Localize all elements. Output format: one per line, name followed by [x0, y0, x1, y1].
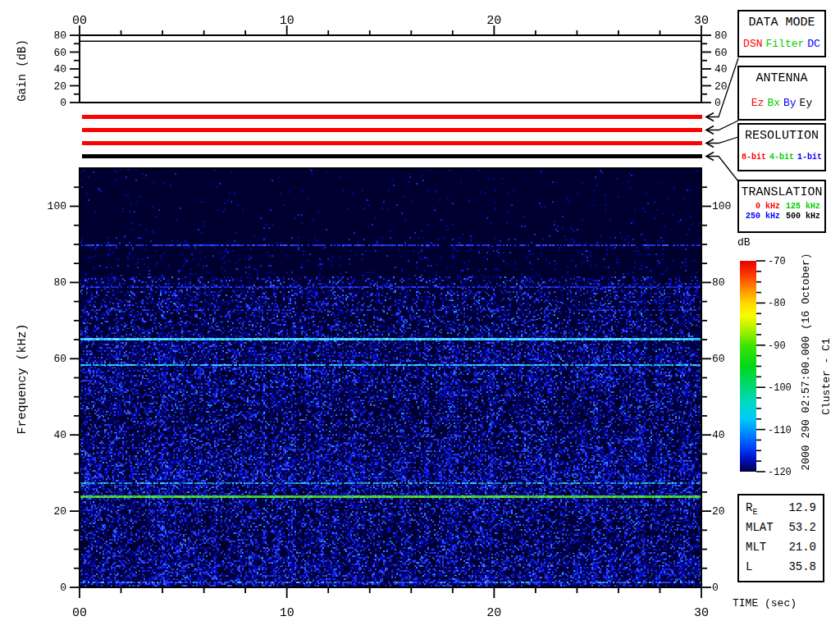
gain-axis-tick-label: 60 [53, 47, 66, 59]
legend-box-antenna: ANTENNA EzBxByEy [737, 66, 826, 121]
ephemeris-label: RE [746, 501, 757, 517]
wbd-plot-window: 0010203000102030002020404060608080002020… [0, 0, 840, 630]
legend-option: DSN [743, 38, 762, 50]
ephemeris-label: MLT [746, 541, 766, 556]
gain-axis-tick-label: 40 [714, 63, 728, 75]
colorbar-tick-label: -120 [768, 467, 792, 478]
gain-axis-tick-label: 0 [714, 97, 721, 109]
gain-plot-frame [80, 35, 701, 103]
timestamp-annotation: 2000 290 02:57:00.000 (16 October) [800, 253, 812, 470]
status-bar-translation [82, 154, 702, 158]
legend-option: Ey [800, 97, 813, 109]
gain-axis-tick-label: 40 [53, 63, 66, 75]
spectrogram-frame [80, 168, 701, 587]
bottom-axis-tick-label: 00 [72, 606, 87, 620]
ephemeris-row: RE 12.9 [746, 501, 816, 517]
status-bar-data-mode [82, 115, 702, 119]
legend-option: 250 kHz [743, 212, 780, 221]
legend-option: 4-bit [769, 153, 794, 162]
freq-axis-tick-label: 80 [53, 276, 66, 289]
freq-axis-tick-label: 20 [712, 505, 725, 518]
time-axis-title: TIME (sec) [733, 597, 797, 609]
legend-option: 8-bit [742, 153, 766, 162]
spacecraft-annotation: Cluster - C1 [820, 338, 833, 415]
bottom-axis-tick-label: 10 [280, 606, 294, 620]
ephemeris-value: 21.0 [788, 541, 816, 556]
freq-axis-tick-label: 20 [53, 505, 66, 518]
freq-axis-tick-label: 40 [53, 429, 66, 441]
legend-values: 8-bit4-bit1-bit [739, 153, 824, 162]
legend-title: TRANSLATION [739, 185, 824, 199]
legend-option: 1-bit [797, 153, 822, 162]
legend-option: DC [807, 38, 820, 50]
top-axis-tick-label: 10 [280, 14, 294, 28]
ephemeris-label: L [746, 560, 752, 576]
legend-values: 250 kHz500 kHz [739, 212, 824, 221]
freq-axis-tick-label: 80 [712, 276, 725, 289]
status-bar-antenna [82, 128, 702, 132]
ephemeris-value: 53.2 [788, 521, 816, 536]
legend-option: 125 kHz [783, 202, 820, 211]
legend-option: Filter [765, 38, 804, 50]
freq-axis-tick-label: 100 [712, 200, 731, 212]
gain-axis-tick-label: 80 [714, 30, 728, 42]
legend-option: By [783, 97, 797, 109]
colorbar-tick-label: -100 [768, 382, 792, 394]
colorbar-tick-label: -90 [768, 340, 786, 352]
colorbar-tick-label: -70 [768, 256, 786, 267]
freq-axis-tick-label: 0 [712, 582, 719, 594]
legend-box-resolution: RESOLUTION 8-bit4-bit1-bit [737, 123, 826, 171]
colorbar-tick-label: -80 [768, 298, 786, 309]
status-bar-resolution [82, 141, 702, 145]
gain-axis-tick-label: 20 [714, 80, 728, 93]
legend-box-translation: TRANSLATION 0 kHz125 kHz 250 kHz500 kHz [737, 180, 826, 233]
freq-axis-tick-label: 60 [712, 353, 725, 365]
freq-axis-tick-label: 60 [53, 353, 66, 365]
bottom-axis-tick-label: 30 [694, 606, 709, 620]
freq-axis-tick-label: 0 [60, 582, 66, 594]
status-arrow-connector [706, 121, 738, 130]
frequency-ylabel: Frequency (kHz) [16, 323, 30, 434]
legend-values: DSNFilterDC [739, 38, 824, 50]
legend-option: Ez [751, 97, 765, 109]
top-axis-tick-label: 20 [486, 14, 501, 28]
ephemeris-row: MLT 21.0 [746, 541, 816, 556]
bottom-axis-tick-label: 20 [486, 606, 501, 620]
ephemeris-label: MLAT [746, 521, 774, 536]
gain-ylabel: Gain (dB) [16, 39, 29, 102]
ephemeris-row: MLAT 53.2 [746, 521, 816, 536]
legend-option: 0 kHz [743, 202, 780, 211]
top-axis-tick-label: 30 [694, 14, 709, 28]
freq-axis-tick-label: 40 [712, 429, 725, 441]
axes-overlay: 0010203000102030002020404060608080002020… [0, 0, 840, 630]
gain-axis-tick-label: 80 [53, 30, 66, 42]
legend-values: EzBxByEy [739, 97, 824, 109]
legend-box-data-mode: DATA MODE DSNFilterDC [737, 10, 826, 57]
legend-title: ANTENNA [739, 71, 824, 85]
legend-title: DATA MODE [739, 16, 824, 30]
ephemeris-table: RE 12.9 MLAT 53.2 MLT 21.0 L 35.8 [737, 494, 824, 582]
ephemeris-value: 35.8 [788, 560, 816, 576]
ephemeris-value: 12.9 [788, 501, 816, 517]
status-arrow-connector [706, 157, 738, 182]
gain-axis-tick-label: 20 [53, 80, 66, 93]
top-axis-tick-label: 00 [72, 14, 87, 28]
colorbar-units-label: dB [737, 236, 751, 249]
colorbar-tick-label: -110 [768, 425, 792, 436]
legend-option: Bx [767, 97, 780, 109]
freq-axis-tick-label: 100 [48, 200, 66, 212]
ephemeris-row: L 35.8 [746, 560, 816, 576]
legend-option: 500 kHz [783, 212, 820, 221]
gain-axis-tick-label: 0 [60, 97, 66, 109]
legend-title: RESOLUTION [739, 129, 824, 143]
legend-values: 0 kHz125 kHz [739, 202, 824, 211]
gain-axis-tick-label: 60 [714, 47, 728, 59]
